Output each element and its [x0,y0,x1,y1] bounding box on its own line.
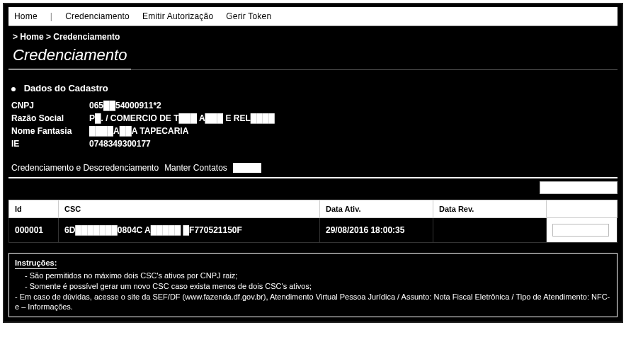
top-nav: Home | Credenciamento Emitir Autorização… [8,7,618,26]
instructions-box: Instruções: - São permitidos no máximo d… [8,253,618,317]
value-razao: P█. / COMERCIO DE T███ A███ E REL████ [89,113,275,123]
nav-home[interactable]: Home [14,11,38,21]
nav-sep: | [50,11,52,21]
label-ie: IE [11,139,82,149]
instruction-line: - São permitidos no máximo dois CSC's at… [15,271,611,281]
col-id: Id [9,200,59,218]
tab-cred-descred[interactable]: Credenciamento e Descredenciamento [11,163,159,173]
breadcrumb: > Home > Credenciamento [8,26,618,45]
cell-data-ativ: 29/08/2016 18:00:35 [320,218,433,243]
label-cnpj: CNPJ [11,101,82,110]
label-razao: Razão Social [11,113,82,123]
nav-gerir[interactable]: Gerir Token [226,11,271,21]
csc-table: Id CSC Data Ativ. Data Rev. 000001 6D███… [8,200,618,243]
footer-link[interactable] [8,243,618,253]
instructions-heading: Instruções: [15,258,57,269]
row-razao: Razão Social P█. / COMERCIO DE T███ A███… [8,112,618,125]
cell-id: 000001 [9,218,59,243]
value-cnpj: 065██54000911*2 [89,101,161,110]
section-title-text: Dados do Cadastro [24,83,108,93]
col-csc: CSC [59,200,320,218]
instruction-line: - Em caso de dúvidas, acesse o site da S… [15,292,611,313]
col-data-rev: Data Rev. [433,200,547,218]
tab-extra[interactable] [233,163,261,173]
section-header: Dados do Cadastro [8,79,618,99]
revogar-button[interactable] [552,224,609,237]
col-action [547,200,618,218]
cell-csc: 6D███████0804C A█████ █F770521150F [59,218,320,243]
value-ie: 0748349300177 [89,139,151,149]
instruction-line: - Somente é possível gerar um novo CSC c… [15,281,611,292]
cell-action [547,218,618,243]
nav-credenciamento[interactable]: Credenciamento [65,11,130,21]
col-data-ativ: Data Ativ. [320,200,433,218]
novo-csc-button[interactable] [540,181,618,194]
label-fantasia: Nome Fantasia [11,126,82,136]
page-title: Credenciamento [8,45,131,69]
tab-bar: Credenciamento e Descredenciamento Mante… [8,159,618,178]
nav-emitir[interactable]: Emitir Autorização [142,11,213,21]
table-header-row: Id CSC Data Ativ. Data Rev. [9,200,618,218]
row-ie: IE 0748349300177 [8,137,618,150]
tab-manter-contatos[interactable]: Manter Contatos [164,163,227,173]
cell-data-rev [433,218,547,243]
bullet-icon [11,87,16,91]
row-fantasia: Nome Fantasia ████A██A TAPECARIA [8,125,618,137]
row-cnpj: CNPJ 065██54000911*2 [8,99,618,112]
toolbar [8,178,618,198]
value-fantasia: ████A██A TAPECARIA [89,126,188,136]
table-row: 000001 6D███████0804C A█████ █F770521150… [9,218,618,243]
